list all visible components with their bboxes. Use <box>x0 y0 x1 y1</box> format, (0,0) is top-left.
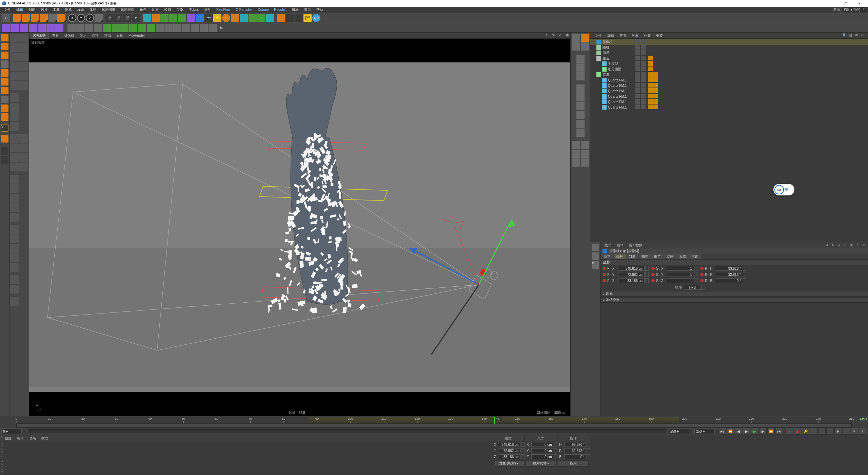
attr-spinner[interactable] <box>645 272 649 277</box>
rt-17[interactable] <box>581 150 589 158</box>
tex-tag-icon[interactable] <box>653 88 658 93</box>
xp-emitter-icon[interactable] <box>231 14 239 22</box>
tex-tag-icon[interactable] <box>653 104 658 109</box>
mat-tab-编辑[interactable]: 编辑 <box>14 436 26 441</box>
vis-editor-icon[interactable] <box>635 88 640 93</box>
cmd-29[interactable] <box>10 213 19 222</box>
x-axis-toggle[interactable]: X <box>68 14 76 22</box>
coord-spinner[interactable] <box>521 454 525 459</box>
cloner-icon[interactable] <box>2 24 11 32</box>
cmd-12[interactable] <box>19 81 28 90</box>
coord-input[interactable]: 0 ° <box>564 454 586 459</box>
vis-render-icon[interactable] <box>641 61 646 66</box>
om-item[interactable]: Quartz FM.1 <box>590 83 868 88</box>
vis-editor-icon[interactable] <box>635 66 640 71</box>
vp-zoom-icon[interactable]: ⤢ <box>557 33 563 38</box>
menu-运动图形[interactable]: 运动图形 <box>99 8 118 12</box>
rotate-tool[interactable] <box>40 14 48 22</box>
om-item[interactable]: 摄像机 <box>590 39 868 45</box>
anim-dot-icon[interactable] <box>603 279 606 282</box>
extrude-icon[interactable] <box>178 14 186 22</box>
om-tab-书签[interactable]: 书签 <box>653 34 666 37</box>
time-range-slider[interactable] <box>16 424 852 428</box>
attr-home-icon[interactable]: ⌂ <box>842 243 848 248</box>
menu-Redshift[interactable]: Redshift <box>271 8 289 12</box>
attr-gear-icon[interactable]: ⚙ <box>592 261 599 269</box>
attr-input[interactable]: 1 <box>667 266 693 271</box>
menu-模拟[interactable]: 模拟 <box>161 8 174 12</box>
rt-13[interactable] <box>576 129 585 137</box>
vp-menu-ProRender[interactable]: ProRender <box>126 34 147 37</box>
sound-eff-icon[interactable] <box>147 24 155 32</box>
ime-badge[interactable]: n&s 英 <box>773 184 794 195</box>
attr-lock-icon[interactable] <box>592 244 599 251</box>
uv-point-mode[interactable] <box>1 104 8 112</box>
next-key-button[interactable]: ⏩ <box>767 428 775 435</box>
undo-button[interactable]: ↶ <box>2 14 10 22</box>
vp-menu-显示[interactable]: 显示 <box>77 34 89 37</box>
s-icon[interactable]: S <box>222 14 230 22</box>
powerslider[interactable] <box>28 429 666 433</box>
psr-icon[interactable]: PSR0 <box>303 14 312 22</box>
options-button[interactable]: ⋮ <box>859 428 866 435</box>
cmd-15[interactable] <box>10 112 19 121</box>
scale-tool[interactable] <box>31 14 39 22</box>
rt-14[interactable] <box>572 141 580 149</box>
render-region-icon[interactable]: 🎬 <box>114 14 122 22</box>
anim-dot-icon[interactable] <box>700 267 704 270</box>
menu-创建[interactable]: 创建 <box>26 8 38 12</box>
phong-tag-icon[interactable] <box>648 56 653 60</box>
attr-back-icon[interactable]: ◀ <box>824 243 830 248</box>
minimize-button[interactable]: — <box>825 0 839 7</box>
fracture-icon[interactable] <box>20 24 28 32</box>
y-axis-toggle[interactable]: Y <box>77 14 85 22</box>
cube-primitive-icon[interactable] <box>143 14 151 22</box>
attr-subtab-球面[interactable]: 球面 <box>689 254 701 259</box>
cmd-4[interactable] <box>19 43 28 52</box>
attr-input[interactable]: 0 ° <box>716 278 742 283</box>
cmd-11[interactable] <box>10 81 19 90</box>
attr-max-icon[interactable]: ▭ <box>861 243 867 248</box>
cmd-20[interactable] <box>19 144 28 152</box>
tweak-mode[interactable] <box>1 147 8 155</box>
attr-subtab-合成[interactable]: 合成 <box>676 254 689 259</box>
order-dropdown[interactable]: HPB <box>684 285 701 290</box>
fx-icon[interactable]: fx <box>217 24 225 32</box>
om-tab-查看[interactable]: 查看 <box>617 34 629 37</box>
move-tool[interactable] <box>22 14 30 22</box>
menu-选择[interactable]: 选择 <box>38 8 50 12</box>
snap-toggle[interactable]: S <box>1 124 8 132</box>
rt-15[interactable] <box>581 141 589 149</box>
edge-mode[interactable] <box>1 69 8 77</box>
vis-render-icon[interactable] <box>641 45 646 50</box>
coords-mgr-icon[interactable] <box>295 14 303 22</box>
vis-render-icon[interactable] <box>641 56 646 60</box>
vis-render-icon[interactable] <box>641 83 646 88</box>
vis-render-icon[interactable] <box>641 104 646 109</box>
om-item[interactable]: 细分曲面 <box>590 66 868 72</box>
phong-tag-icon[interactable] <box>648 104 653 109</box>
volume-eff-icon[interactable] <box>191 24 199 32</box>
cmd-6[interactable] <box>19 53 28 61</box>
rt-19[interactable] <box>581 158 589 167</box>
coord-input[interactable]: -348.618 cm <box>499 442 520 447</box>
attr-spinner[interactable] <box>645 266 649 271</box>
om-filter-icon[interactable]: ▤ <box>849 33 854 38</box>
viewport-tab[interactable]: 透视视图 <box>31 33 49 39</box>
rt-8[interactable] <box>576 84 585 93</box>
cmd-2[interactable] <box>19 34 28 42</box>
attr-input[interactable]: -93.626 ° <box>716 266 742 271</box>
anim-dot-icon[interactable] <box>603 273 606 276</box>
attr-tab-用户数据[interactable]: 用户数据 <box>626 243 645 247</box>
maximize-button[interactable]: ▢ <box>839 0 852 7</box>
vis-editor-icon[interactable] <box>635 72 640 77</box>
anim-dot-icon[interactable] <box>651 279 655 282</box>
menu-体积[interactable]: 体积 <box>87 8 99 12</box>
time-ruler[interactable]: 143 F 0102030405060708090100110120130140… <box>16 417 852 424</box>
matrix-icon[interactable] <box>11 24 19 32</box>
coord-input[interactable]: 0 cm <box>531 442 553 447</box>
phong-tag-icon[interactable] <box>648 99 653 104</box>
last-tool[interactable] <box>48 14 57 22</box>
cmd-37[interactable] <box>10 297 19 306</box>
vp-menu-选项[interactable]: 选项 <box>89 34 101 37</box>
